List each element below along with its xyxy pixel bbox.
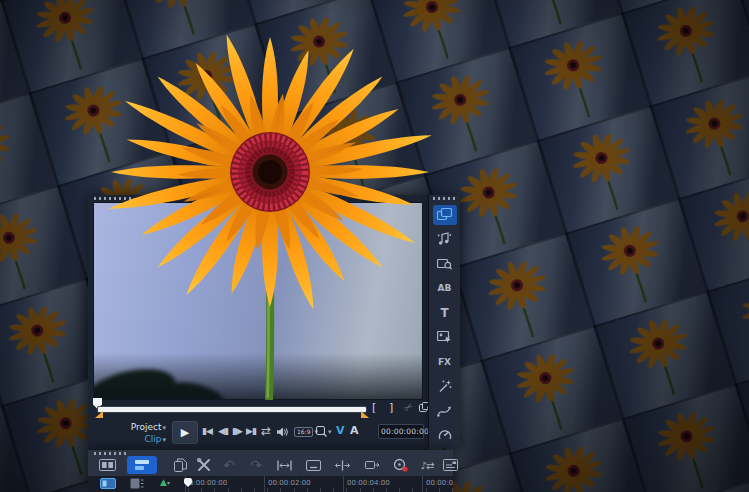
repeat-icon[interactable]: ⇄ — [261, 424, 271, 438]
split-clip-icon[interactable]: ✂ — [401, 400, 416, 416]
sidebar-item-graphic[interactable] — [433, 327, 457, 347]
toolbar-icon-row: ↶ ↷ — [88, 456, 453, 476]
playback-controls-row: Project▾ Clip▾ ▶ ▮◀ ◀▮ ▮▶ ▶▮ ⇄ 16:9▾ — [88, 421, 428, 447]
project-duration-button[interactable] — [302, 456, 324, 474]
sidebar-item-instant-project[interactable] — [433, 254, 457, 274]
audio-toggle-button[interactable]: A — [350, 424, 359, 437]
sidebar-item-motion[interactable] — [433, 376, 457, 396]
preview-player-panel: [ ] ✂ Project▾ Clip▾ ▶ ▮◀ ◀▮ ▮▶ ▶▮ ⇄ — [88, 195, 428, 450]
title-t-label: T — [440, 306, 448, 320]
video-bottom-shadow — [94, 353, 422, 399]
filmstrip-icon — [99, 459, 116, 471]
subtitle-editor-button[interactable] — [439, 456, 461, 474]
ruler-label: 00:00:04:00 — [343, 476, 390, 492]
zoom-level-button[interactable]: ▾ — [316, 426, 332, 437]
go-to-start-button[interactable]: ▮◀ — [202, 426, 212, 436]
add-track-triangle-icon: ▲ — [160, 477, 167, 487]
speed-gauge-icon — [438, 428, 452, 442]
aspect-ratio-label: 16:9 — [294, 427, 313, 437]
timeline-ruler-row: ▲▾ 0:00:00:00 00:00:02:00 00:00:04:00 00… — [88, 476, 453, 492]
move-clip-icon — [365, 459, 380, 471]
fit-timeline-icon — [277, 460, 292, 471]
ruler-label: 00:00:06:0 — [422, 476, 453, 492]
timeline-bars-icon — [134, 459, 150, 471]
playback-mode-switch: Project▾ Clip▾ — [131, 422, 166, 446]
timeline-toolbar-panel: ↶ ↷ — [88, 450, 453, 492]
record-capture-button[interactable] — [389, 456, 411, 474]
seek-bar-row: [ ] ✂ — [88, 400, 428, 420]
timeline-view-button[interactable] — [127, 456, 157, 474]
motion-path-icon — [437, 405, 452, 417]
mark-in-button[interactable]: [ — [372, 400, 376, 416]
expand-tracks-button[interactable] — [331, 456, 353, 474]
project-mode-label: Project — [131, 422, 162, 432]
speaker-icon[interactable] — [277, 427, 289, 437]
screenshot-root: [ ] ✂ Project▾ Clip▾ ▶ ▮◀ ◀▮ ▮▶ ▶▮ ⇄ — [0, 0, 749, 492]
toolbar-drag-handle[interactable] — [94, 452, 128, 455]
track-manager-button[interactable] — [130, 478, 144, 489]
sidebar-item-title[interactable]: T — [433, 303, 457, 323]
sidebar-item-speed[interactable] — [433, 425, 457, 445]
trim-end-handle[interactable] — [361, 411, 369, 418]
settings-tools-button[interactable] — [193, 456, 215, 474]
library-nav-sidebar: AB T FX — [428, 195, 460, 448]
undo-button[interactable]: ↶ — [218, 456, 240, 474]
wrench-tools-icon — [197, 458, 211, 472]
trim-start-handle[interactable] — [95, 411, 103, 418]
video-track-button[interactable] — [100, 478, 116, 489]
previous-frame-button[interactable]: ◀▮ — [218, 426, 228, 436]
mark-out-button[interactable]: ] — [389, 400, 393, 416]
add-track-button[interactable]: ▲▾ — [160, 477, 170, 487]
clip-mode-label: Clip — [144, 434, 161, 444]
chevron-down-icon: ▾ — [167, 479, 170, 486]
timeline-ruler[interactable]: 0:00:00:00 00:00:02:00 00:00:04:00 00:00… — [180, 476, 453, 492]
go-to-end-button[interactable]: ▶▮ — [246, 426, 256, 436]
play-button[interactable]: ▶ — [172, 421, 198, 444]
ruler-label: 00:00:02:00 — [264, 476, 311, 492]
sidebar-item-transition[interactable]: AB — [433, 278, 457, 298]
video-toggle-button[interactable]: V — [336, 424, 345, 437]
storyboard-view-button[interactable] — [96, 456, 118, 474]
video-clip-icon — [100, 478, 116, 489]
track-layout-icon — [130, 478, 144, 489]
preview-panel-drag-handle[interactable] — [94, 197, 132, 200]
timecode-value: 00:00:00:000 — [381, 427, 434, 436]
redo-button[interactable]: ↷ — [245, 456, 267, 474]
ripple-edit-button[interactable] — [361, 456, 383, 474]
clip-mode-button[interactable]: Clip▾ — [131, 434, 166, 446]
media-stack-icon — [437, 208, 452, 221]
timecode-display[interactable]: 00:00:00:000 ⇅ — [378, 424, 424, 439]
aspect-ratio-button[interactable]: 16:9▾ — [294, 427, 318, 437]
sidebar-drag-handle[interactable] — [433, 197, 457, 200]
copy-button[interactable] — [169, 456, 191, 474]
transition-ab-label: AB — [438, 283, 452, 293]
copy-pages-icon — [174, 458, 187, 472]
record-reel-icon — [393, 458, 408, 472]
chevron-down-icon: ▾ — [162, 436, 166, 444]
seek-track[interactable] — [98, 407, 366, 412]
sidebar-item-media[interactable] — [433, 205, 457, 225]
magnifier-icon — [316, 426, 327, 437]
sound-mixer-button[interactable]: ♪⇄ — [416, 456, 438, 474]
fit-project-button[interactable] — [273, 456, 295, 474]
subtitle-film-icon — [443, 459, 458, 471]
graphic-overlay-icon — [437, 331, 452, 344]
chevron-down-icon: ▾ — [328, 428, 332, 436]
music-note-icon — [437, 232, 452, 246]
template-film-magnifier-icon — [437, 257, 452, 270]
project-mode-button[interactable]: Project▾ — [131, 422, 166, 434]
sidebar-item-path[interactable] — [433, 401, 457, 421]
sidebar-item-audio[interactable] — [433, 229, 457, 249]
next-frame-button[interactable]: ▮▶ — [232, 426, 242, 436]
screen-adjust-icon — [306, 460, 321, 471]
filter-fx-label: FX — [438, 357, 451, 367]
sidebar-item-filter[interactable]: FX — [433, 352, 457, 372]
video-preview-area — [93, 202, 423, 400]
expand-arrows-icon — [335, 460, 350, 471]
chevron-down-icon: ▾ — [162, 424, 166, 432]
magic-wand-icon — [438, 379, 452, 393]
